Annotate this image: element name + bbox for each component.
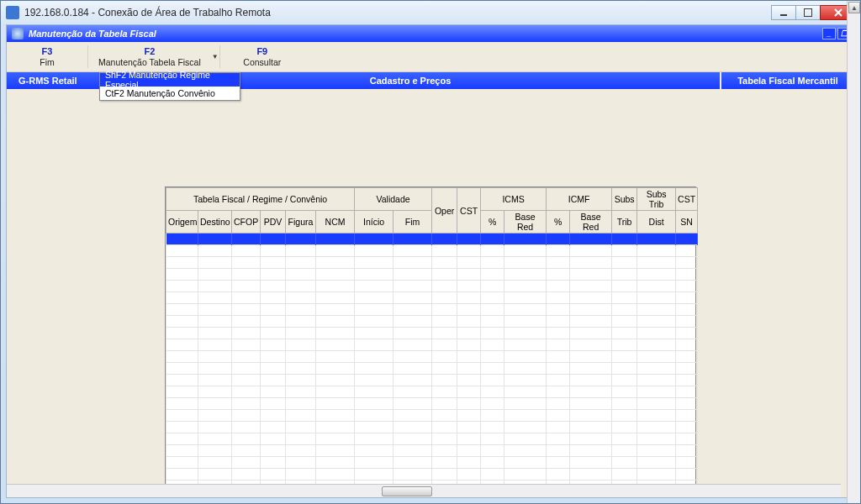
grid-empty-row[interactable] bbox=[166, 281, 698, 292]
scroll-up-icon[interactable]: ▲ bbox=[848, 2, 860, 13]
mdi-titlebar: Manutenção da Tabela Fiscal _ ❐ bbox=[7, 25, 854, 42]
grid-empty-row[interactable] bbox=[166, 269, 698, 281]
fkey-f2-dropdown-toggle[interactable]: ▼ bbox=[211, 42, 219, 71]
grid-empty-row[interactable] bbox=[166, 292, 698, 304]
maximize-button[interactable] bbox=[795, 5, 821, 20]
grid-empty-row[interactable] bbox=[166, 386, 698, 398]
col-header-icmf-basered: Base Red bbox=[570, 211, 612, 234]
group-header-icms: ICMS bbox=[481, 188, 547, 211]
col-header-cfop: CFOP bbox=[232, 211, 261, 234]
horizontal-scrollbar[interactable] bbox=[7, 484, 841, 497]
grid-empty-row[interactable] bbox=[166, 445, 698, 457]
col-header-cst-sn: SN bbox=[676, 211, 698, 234]
fkey-f3-code: F3 bbox=[42, 46, 53, 56]
group-header-icmf: ICMF bbox=[547, 188, 612, 211]
fkey-f3[interactable]: F3 Fim bbox=[7, 42, 87, 71]
fkey-toolbar: F3 Fim F2 Manutenção Tabela Fiscal ▼ F9 … bbox=[7, 42, 854, 72]
outer-window-title: 192.168.0.184 - Conexão de Área de Traba… bbox=[24, 7, 772, 18]
grid-empty-row[interactable] bbox=[166, 316, 698, 328]
grid-empty-row[interactable] bbox=[166, 457, 698, 469]
col-header-oper: Oper bbox=[432, 188, 457, 234]
col-header-cst: CST bbox=[457, 188, 481, 234]
vertical-scrollbar[interactable]: ▲ bbox=[847, 1, 860, 503]
group-header-subs: Subs bbox=[612, 188, 637, 211]
mdi-window-title: Manutenção da Tabela Fiscal bbox=[29, 29, 821, 39]
fkey-f3-label: Fim bbox=[40, 57, 55, 67]
col-header-icmf-pc: % bbox=[547, 211, 570, 234]
col-header-pdv: PDV bbox=[261, 211, 286, 234]
group-header-cst2: CST bbox=[676, 188, 698, 211]
fkey-f9-label: Consultar bbox=[243, 57, 281, 67]
mdi-app-icon bbox=[12, 28, 24, 39]
grid-empty-row[interactable] bbox=[166, 328, 698, 339]
grid-empty-row[interactable] bbox=[166, 410, 698, 422]
col-header-subs-trib: Trib bbox=[612, 211, 637, 234]
outer-window-titlebar: 192.168.0.184 - Conexão de Área de Traba… bbox=[1, 1, 860, 24]
grid-empty-row[interactable] bbox=[166, 375, 698, 386]
grid-empty-row[interactable] bbox=[166, 245, 698, 257]
fkey-f2-label: Manutenção Tabela Fiscal bbox=[98, 57, 201, 67]
col-header-destino: Destino bbox=[198, 211, 232, 234]
grid-empty-row[interactable] bbox=[166, 363, 698, 375]
col-header-ncm: NCM bbox=[316, 211, 355, 234]
grid-empty-row[interactable] bbox=[166, 422, 698, 433]
tabela-fiscal-grid[interactable]: Tabela Fiscal / Regime / Convênio Valida… bbox=[165, 186, 696, 497]
grid-empty-row[interactable] bbox=[166, 257, 698, 269]
grid-empty-row[interactable] bbox=[166, 351, 698, 363]
grid-empty-row[interactable] bbox=[166, 304, 698, 316]
group-header-substrib: Subs Trib bbox=[637, 188, 676, 211]
grid-selected-row[interactable] bbox=[166, 234, 698, 245]
col-header-figura: Figura bbox=[286, 211, 316, 234]
minimize-button[interactable] bbox=[771, 5, 796, 20]
col-header-origem: Origem bbox=[166, 211, 198, 234]
col-header-substrib-dist: Dist bbox=[637, 211, 676, 234]
fkey-f2-code: F2 bbox=[144, 46, 155, 56]
col-header-inicio: Início bbox=[355, 211, 394, 234]
section-right-label: Tabela Fiscal Mercantil bbox=[721, 72, 854, 89]
grid-empty-row[interactable] bbox=[166, 433, 698, 445]
col-header-icms-basered: Base Red bbox=[504, 211, 547, 234]
grid-empty-row[interactable] bbox=[166, 469, 698, 480]
f2-dropdown-menu: ShF2 Manutenção Regime Especial CtF2 Man… bbox=[99, 72, 240, 101]
grid-empty-row[interactable] bbox=[166, 398, 698, 410]
rdp-icon bbox=[6, 6, 19, 19]
fkey-f9-code: F9 bbox=[256, 46, 267, 56]
fkey-f2[interactable]: F2 Manutenção Tabela Fiscal bbox=[88, 42, 211, 71]
grid-empty-row[interactable] bbox=[166, 339, 698, 351]
fkey-f9[interactable]: F9 Consultar bbox=[220, 42, 304, 71]
section-left-label: G-RMS Retail bbox=[7, 72, 99, 89]
col-header-icms-pc: % bbox=[481, 211, 504, 234]
group-header-tabela: Tabela Fiscal / Regime / Convênio bbox=[166, 188, 355, 211]
mdi-minimize-button[interactable]: _ bbox=[822, 28, 836, 39]
dropdown-item-regime-especial[interactable]: ShF2 Manutenção Regime Especial bbox=[100, 73, 240, 87]
group-header-validade: Validade bbox=[355, 188, 432, 211]
main-body: Tabela Fiscal / Regime / Convênio Valida… bbox=[7, 89, 854, 497]
col-header-fim: Fim bbox=[394, 211, 432, 234]
scrollbar-thumb[interactable] bbox=[382, 486, 432, 496]
